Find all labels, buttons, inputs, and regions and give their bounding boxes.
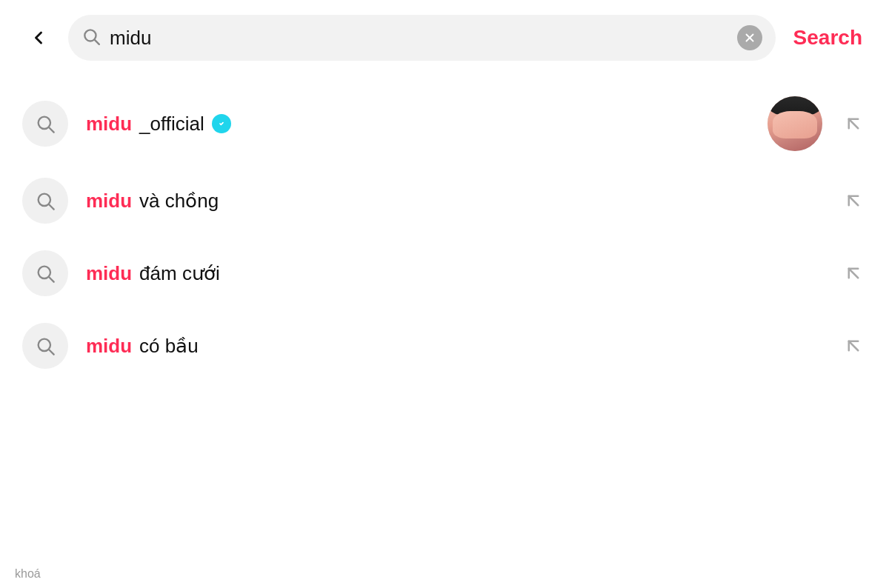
search-icon xyxy=(81,27,101,49)
svg-line-12 xyxy=(849,269,859,278)
suggestion-item-2[interactable]: midu và chồng xyxy=(0,164,889,237)
highlight-text-4: midu xyxy=(86,335,132,358)
svg-line-8 xyxy=(49,204,53,209)
svg-line-6 xyxy=(849,119,859,129)
highlight-text-1: midu xyxy=(86,113,132,136)
highlight-text-3: midu xyxy=(86,262,132,285)
search-icon-circle-2 xyxy=(22,178,68,224)
arrow-up-left-icon-1 xyxy=(840,110,867,137)
verified-badge-1 xyxy=(212,114,231,133)
suggestion-text-2: midu và chồng xyxy=(86,190,822,213)
suggestion-item-4[interactable]: midu có bầu xyxy=(0,310,889,382)
svg-line-5 xyxy=(49,127,53,132)
suggestion-text-3: midu đám cưới xyxy=(86,262,822,285)
arrow-up-left-icon-4 xyxy=(840,333,867,359)
svg-line-14 xyxy=(49,350,53,354)
normal-text-2: và chồng xyxy=(139,190,219,213)
app-container: midu Search midu_official xyxy=(0,0,889,588)
arrow-up-left-icon-2 xyxy=(840,187,867,214)
search-icon-circle-1 xyxy=(22,101,68,147)
search-input[interactable]: midu xyxy=(110,27,728,50)
clear-button[interactable] xyxy=(737,25,762,50)
search-input-wrapper: midu xyxy=(68,15,776,61)
suggestion-item-1[interactable]: midu_official xyxy=(0,83,889,164)
normal-text-1: _official xyxy=(139,113,204,136)
normal-text-3: đám cưới xyxy=(139,262,220,285)
suggestion-text-4: midu có bầu xyxy=(86,335,822,358)
user-avatar-area xyxy=(768,96,822,151)
search-action-button[interactable]: Search xyxy=(789,26,867,50)
suggestion-item-3[interactable]: midu đám cưới xyxy=(0,237,889,310)
keyboard-hint: khoá xyxy=(15,567,41,581)
avatar-image xyxy=(768,96,822,151)
svg-line-9 xyxy=(849,196,859,206)
svg-line-15 xyxy=(849,341,859,351)
suggestion-text-1: midu_official xyxy=(86,113,750,136)
back-button[interactable] xyxy=(22,21,55,54)
search-icon-circle-3 xyxy=(22,250,68,296)
search-icon-circle-4 xyxy=(22,323,68,369)
svg-line-11 xyxy=(49,277,53,281)
normal-text-4: có bầu xyxy=(139,335,199,358)
arrow-up-left-icon-3 xyxy=(840,260,867,287)
svg-line-1 xyxy=(95,40,99,44)
search-header: midu Search xyxy=(0,0,889,76)
suggestions-list: midu_official xyxy=(0,76,889,588)
highlight-text-2: midu xyxy=(86,190,132,213)
user-avatar xyxy=(768,96,822,151)
